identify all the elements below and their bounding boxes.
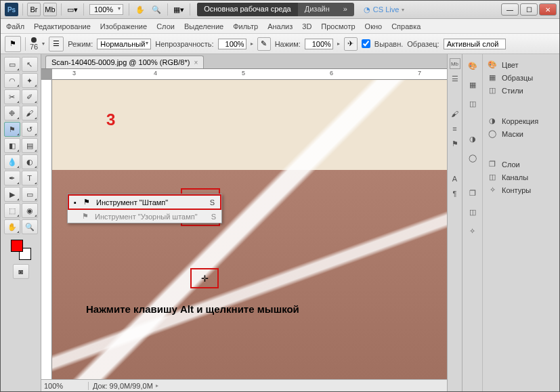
panel-channels[interactable]: ◫Каналы (486, 171, 557, 183)
eraser-tool[interactable]: ◧ (4, 138, 20, 153)
zoom-tool[interactable]: 🔍 (22, 219, 38, 234)
hand-tool[interactable]: ✋ (4, 219, 20, 234)
panel-paths[interactable]: ✧Контуры (486, 183, 557, 196)
flyout-item-pattern-stamp[interactable]: ⚑ Инструмент "Узорный штамп"S (68, 210, 221, 223)
cslive-button[interactable]: ◔CS Live▾ (364, 5, 405, 14)
arrange-docs-button[interactable]: ▦▾ (172, 3, 186, 16)
brush-panel-toggle[interactable]: ☰ (49, 37, 64, 51)
menu-file[interactable]: Файл (6, 22, 24, 30)
menu-window[interactable]: Окно (365, 22, 383, 30)
panel-adjust[interactable]: ◑Коррекция (486, 114, 557, 127)
workspace-tab-design[interactable]: Дизайн (298, 3, 337, 16)
zoom-select[interactable]: 100% (89, 4, 123, 15)
menu-view[interactable]: Просмотр (321, 22, 355, 30)
workspace-tab-active[interactable]: Основная рабочая среда (197, 3, 298, 16)
status-zoom[interactable]: 100% (41, 382, 89, 390)
workspace-more-icon[interactable]: » (337, 3, 354, 16)
document-tab[interactable]: Scan-140405-0009.jpg @ 100% (RGB/8*) × (45, 56, 204, 68)
sample-label: Образец: (407, 40, 439, 48)
ruler-horizontal: 3 4 5 6 7 (52, 69, 447, 80)
sample-select[interactable]: Активный слой (444, 39, 506, 49)
opacity-label: Непрозрачность: (155, 40, 213, 48)
menu-image[interactable]: Изображение (100, 22, 147, 30)
panel-swatches[interactable]: ▦Образцы (486, 71, 557, 84)
dodge-tool[interactable]: ◐ (22, 154, 38, 169)
quickmask-toggle[interactable]: ◙ (13, 264, 29, 279)
panel-icon-swatches[interactable]: ▦ (466, 79, 479, 91)
zoom-icon[interactable]: 🔍 (150, 3, 163, 16)
history-brush-tool[interactable]: ↺ (22, 122, 38, 137)
panel-icon-paths[interactable]: ✧ (466, 225, 479, 237)
panel-color[interactable]: 🎨Цвет (486, 58, 557, 71)
rail-clonesource-icon[interactable]: ⚑ (450, 138, 460, 149)
move-tool[interactable]: ▭ (4, 57, 20, 72)
marquee-tool[interactable]: ↖ (22, 57, 38, 72)
flyout-item-clone-stamp[interactable]: ▪⚑ Инструмент "Штамп"S (68, 194, 221, 210)
current-tool-icon[interactable]: ⚑ (5, 36, 21, 52)
rail-history-icon[interactable]: ☰ (450, 73, 460, 84)
rail-para-icon[interactable]: ¶ (450, 188, 460, 199)
panel-icon-styles[interactable]: ◫ (466, 97, 479, 110)
type-tool[interactable]: T (22, 171, 38, 186)
panel-layers[interactable]: ❐Слои (486, 158, 557, 171)
panel-icon-channels[interactable]: ◫ (466, 206, 479, 218)
rail-brush-icon[interactable]: 🖌 (450, 108, 460, 119)
stamp-tool-flyout: ▪⚑ Инструмент "Штамп"S ⚑ Инструмент "Узо… (67, 194, 222, 223)
annotation-sample-point: ✛ (190, 268, 219, 288)
menu-filter[interactable]: Фильтр (233, 22, 258, 30)
camera-tool[interactable]: ◉ (22, 203, 38, 218)
crop-tool[interactable]: ✂ (4, 89, 20, 104)
panel-icon-adjust[interactable]: ◑ (466, 133, 479, 145)
stamp-tool[interactable]: ⚑ (4, 122, 20, 137)
panel-masks[interactable]: ◯Маски (486, 127, 557, 140)
eyedropper-tool[interactable]: ✐ (22, 89, 38, 104)
color-swatches[interactable] (11, 240, 31, 260)
pen-tool[interactable]: ✒ (4, 171, 20, 186)
wand-tool[interactable]: ✦ (22, 73, 38, 88)
minibridge-button[interactable]: Mb (43, 3, 57, 16)
rail-char-icon[interactable]: A (450, 173, 460, 184)
options-bar: ⚑ 76 ▾ ☰ Режим: Нормальный Непрозрачност… (1, 34, 559, 54)
canvas[interactable]: 3 ✛ Нажмите клавишу Alt и щелкните мышко… (52, 80, 447, 379)
menu-select[interactable]: Выделение (184, 22, 223, 30)
menu-edit[interactable]: Редактирование (34, 22, 91, 30)
flow-label: Нажим: (275, 40, 301, 48)
screen-mode-button[interactable]: ▭▾ (66, 3, 79, 16)
heal-tool[interactable]: ❉ (4, 106, 20, 121)
brush-tool[interactable]: 🖌 (22, 106, 38, 121)
menu-layers[interactable]: Слои (156, 22, 175, 30)
3d-tool[interactable]: ⬚ (4, 203, 20, 218)
right-rail: Mb ☰ 🖌 ≡ ⚑ A ¶ (447, 54, 462, 391)
rail-brushpresets-icon[interactable]: ≡ (450, 123, 460, 134)
menu-3d[interactable]: 3D (302, 22, 311, 30)
blur-tool[interactable]: 💧 (4, 154, 20, 169)
panel-icon-color[interactable]: 🎨 (466, 60, 479, 72)
mode-label: Режим: (68, 40, 93, 48)
lasso-tool[interactable]: ◠ (4, 73, 20, 88)
airbrush-icon[interactable]: ✈ (344, 37, 358, 51)
maximize-button[interactable]: ☐ (520, 3, 538, 16)
rail-mb-icon[interactable]: Mb (450, 58, 460, 69)
panel-styles[interactable]: ◫Стили (486, 84, 557, 97)
shape-tool[interactable]: ▭ (22, 187, 38, 202)
gradient-tool[interactable]: ▤ (22, 138, 38, 153)
minimize-button[interactable]: — (501, 3, 519, 16)
panel-icon-masks[interactable]: ◯ (466, 152, 479, 164)
panel-icon-layers[interactable]: ❐ (466, 187, 479, 199)
menu-help[interactable]: Справка (391, 22, 421, 30)
close-button[interactable]: ✕ (539, 3, 557, 16)
path-select-tool[interactable]: ▶ (4, 187, 20, 202)
status-docsize[interactable]: Док: 99,0M/99,0M (89, 382, 153, 390)
ruler-vertical (41, 80, 52, 379)
hand-icon[interactable]: ✋ (133, 3, 147, 16)
flow-input[interactable]: 100% (305, 39, 333, 49)
bridge-button[interactable]: Br (27, 3, 41, 16)
blend-mode-select[interactable]: Нормальный (97, 39, 151, 49)
close-tab-icon[interactable]: × (194, 59, 198, 66)
opacity-input[interactable]: 100% (218, 39, 246, 49)
brush-preset-picker[interactable]: 76 (30, 37, 38, 51)
aligned-checkbox[interactable] (362, 39, 370, 48)
workspace-switcher[interactable]: Основная рабочая среда Дизайн » (197, 3, 354, 16)
menu-analysis[interactable]: Анализ (267, 22, 293, 30)
pressure-opacity-icon[interactable]: ✎ (257, 37, 271, 51)
